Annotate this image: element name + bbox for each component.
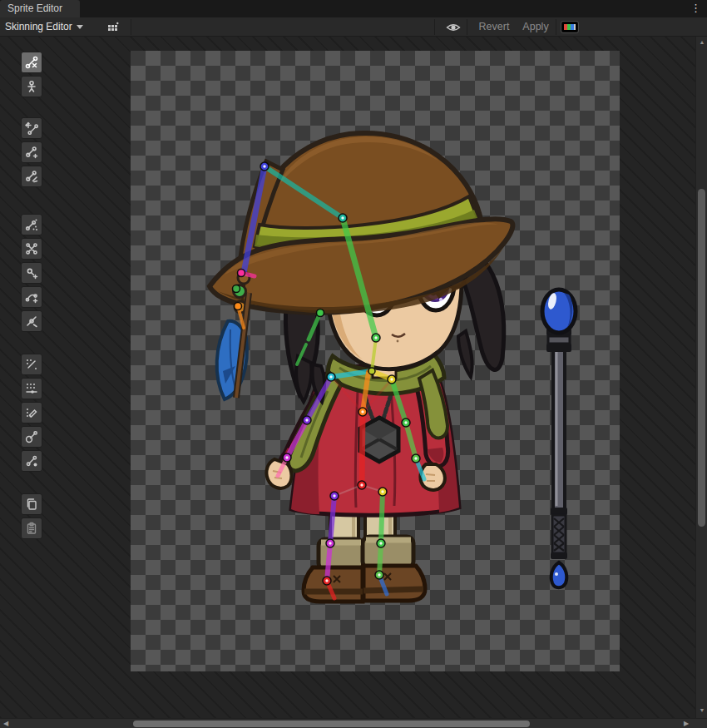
apply-button[interactable]: Apply [517, 17, 554, 37]
tab-bar: Sprite Editor ⋮ [0, 0, 707, 17]
vertical-scrollbar[interactable]: ▲ ▼ [695, 37, 707, 718]
chevron-down-icon [77, 25, 83, 29]
toggle-view-mode-button[interactable] [21, 76, 42, 97]
scroll-up-icon[interactable]: ▲ [696, 39, 707, 46]
auto-weights-button[interactable] [21, 354, 42, 375]
auto-geometry-button[interactable] [21, 214, 42, 235]
separator [467, 19, 467, 35]
visibility-eye-icon[interactable] [446, 20, 461, 34]
edit-bone-button[interactable] [21, 117, 42, 139]
reset-pose-button[interactable] [21, 52, 42, 73]
create-bone-button[interactable] [21, 141, 42, 163]
sprite-influence-button[interactable] [21, 450, 42, 472]
split-edge-button[interactable] [21, 310, 42, 332]
split-bone-button[interactable] [21, 166, 42, 187]
toolbar: Skinning Editor Revert Apply [0, 17, 707, 37]
rgb-bar [564, 24, 576, 30]
scroll-left-icon[interactable]: ◀ [3, 720, 8, 728]
scroll-down-icon[interactable]: ▼ [696, 707, 707, 714]
separator [434, 19, 435, 35]
sprite-transparency-checker [131, 51, 620, 671]
horizontal-scrollbar-thumb[interactable] [133, 721, 530, 727]
bone-influence-button[interactable] [21, 426, 42, 448]
mode-dropdown-label: Skinning Editor [5, 21, 72, 32]
create-vertex-button[interactable] [21, 262, 42, 284]
sprite-sheet-icon[interactable] [106, 20, 121, 34]
skinning-canvas[interactable] [0, 37, 695, 718]
edit-geometry-button[interactable] [21, 238, 42, 260]
revert-button[interactable]: Revert [472, 17, 516, 37]
separator [131, 19, 131, 35]
horizontal-scrollbar[interactable]: ◀ ▶ [0, 718, 707, 728]
copy-button[interactable] [21, 493, 42, 515]
weight-brush-button[interactable] [21, 402, 42, 423]
vertical-scrollbar-thumb[interactable] [698, 189, 705, 527]
weight-slider-button[interactable] [21, 378, 42, 399]
create-edge-button[interactable] [21, 286, 42, 308]
tab-sprite-editor[interactable]: Sprite Editor [0, 0, 80, 17]
kebab-menu-icon[interactable]: ⋮ [690, 0, 701, 17]
paste-button[interactable] [21, 518, 42, 539]
mode-dropdown[interactable]: Skinning Editor [5, 17, 83, 37]
scroll-right-icon[interactable]: ▶ [684, 720, 689, 728]
color-swatch-icon[interactable] [561, 22, 578, 32]
separator [556, 19, 556, 35]
